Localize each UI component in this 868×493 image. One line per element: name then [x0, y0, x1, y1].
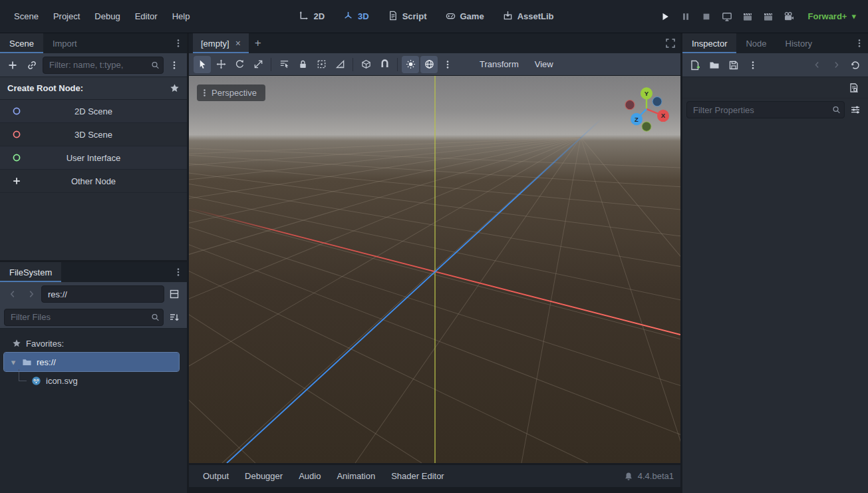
resource-options-button[interactable] — [744, 57, 762, 74]
scene-tree-options-button[interactable] — [166, 57, 183, 74]
notifications-bell-icon[interactable] — [624, 472, 633, 481]
new-resource-button[interactable] — [686, 57, 704, 74]
group-button[interactable] — [313, 56, 330, 73]
favorites-row[interactable]: Favorites: — [3, 334, 184, 353]
save-resource-button[interactable] — [725, 57, 742, 74]
menu-debug[interactable]: Debug — [87, 7, 127, 26]
workspace-script[interactable]: Script — [380, 7, 435, 27]
nav-forward-button[interactable] — [23, 285, 40, 303]
bottom-tab-output[interactable]: Output — [196, 467, 236, 485]
workspace-game[interactable]: Game — [438, 7, 492, 27]
transform-menu-button[interactable]: Transform — [472, 56, 526, 73]
stop-button[interactable] — [697, 7, 716, 26]
scene-tree-toolbar — [0, 53, 187, 77]
create-2d-scene-button[interactable]: 2D Scene — [0, 100, 187, 123]
lock-button[interactable] — [294, 56, 311, 73]
file-row-icon-svg[interactable]: icon.svg — [3, 371, 184, 390]
bottom-tab-animation[interactable]: Animation — [329, 467, 382, 485]
assetlib-download-icon — [503, 11, 513, 23]
move-mode-button[interactable] — [212, 56, 229, 73]
filter-nodes-input[interactable] — [43, 57, 164, 74]
property-tools-button[interactable] — [847, 101, 864, 118]
workspace-3d[interactable]: 3D — [335, 7, 377, 27]
tab-inspector[interactable]: Inspector — [682, 33, 736, 53]
tab-node[interactable]: Node — [736, 33, 776, 53]
create-3d-scene-button[interactable]: 3D Scene — [0, 123, 187, 146]
tab-import[interactable]: Import — [43, 33, 86, 53]
bottom-tab-debugger[interactable]: Debugger — [237, 467, 290, 485]
bottom-tab-shader-editor[interactable]: Shader Editor — [384, 467, 452, 485]
run-bar: Forward+ ▾ — [656, 7, 861, 26]
instance-scene-button[interactable] — [23, 57, 41, 74]
tab-scene[interactable]: Scene — [0, 33, 43, 53]
create-root-options: 2D Scene 3D Scene User Interface — [0, 100, 187, 193]
view-menu-button[interactable]: View — [527, 56, 561, 73]
collapse-caret-icon[interactable]: ▾ — [9, 357, 17, 367]
file-sort-button[interactable] — [166, 309, 183, 326]
add-node-button[interactable] — [4, 57, 21, 74]
expand-viewport-button[interactable] — [660, 33, 680, 53]
scene-tabs-bar: [empty] × + — [189, 33, 680, 53]
window-footer-strip — [189, 487, 680, 493]
create-user-interface-button[interactable]: User Interface — [0, 146, 187, 170]
close-tab-icon[interactable]: × — [235, 39, 241, 48]
current-path-input[interactable] — [41, 285, 164, 303]
play-button[interactable] — [656, 7, 674, 26]
menu-editor[interactable]: Editor — [128, 7, 165, 26]
scene-tab-empty[interactable]: [empty] × — [193, 33, 249, 53]
filter-files-field — [4, 309, 164, 326]
tree-connector — [19, 369, 27, 381]
toggle-split-mode-button[interactable] — [166, 285, 183, 303]
workspace-script-label: Script — [402, 11, 427, 21]
history-back-button[interactable] — [808, 57, 825, 74]
gizmo-neg-z-ball[interactable] — [652, 96, 662, 106]
play-scene-button[interactable] — [738, 7, 757, 26]
search-icon — [832, 106, 841, 114]
rotate-mode-button[interactable] — [231, 56, 248, 73]
tab-filesystem[interactable]: FileSystem — [0, 262, 61, 282]
gizmo-neg-y-ball[interactable] — [642, 122, 651, 131]
pause-button[interactable] — [676, 7, 695, 26]
history-forward-button[interactable] — [827, 57, 845, 74]
res-root-folder-row[interactable]: ▾ res:// — [4, 353, 179, 371]
menu-project[interactable]: Project — [46, 7, 87, 26]
ruler-button[interactable] — [331, 56, 349, 73]
create-root-node-header: Create Root Node: — [0, 77, 187, 100]
nav-back-button[interactable] — [4, 285, 21, 303]
workspace-assetlib[interactable]: AssetLib — [495, 7, 562, 27]
local-space-button[interactable] — [357, 56, 374, 73]
open-documentation-button[interactable] — [845, 79, 863, 96]
filesystem-dock-menu-button[interactable] — [170, 262, 187, 282]
scene-dock-menu-button[interactable] — [170, 33, 187, 53]
favorites-star-icon[interactable] — [170, 83, 180, 93]
inspector-dock-menu-button[interactable] — [851, 33, 868, 53]
renderer-dropdown[interactable]: Forward+ ▾ — [800, 7, 861, 25]
workspace-2d[interactable]: 2D — [291, 7, 333, 27]
tab-history[interactable]: History — [776, 33, 821, 53]
preview-environment-button[interactable] — [420, 56, 438, 73]
select-mode-button[interactable] — [194, 56, 211, 73]
list-select-button[interactable] — [275, 56, 293, 73]
snap-button[interactable] — [376, 56, 393, 73]
2d-icon — [299, 11, 309, 23]
preview-sun-button[interactable] — [402, 56, 419, 73]
movie-maker-button[interactable] — [780, 7, 798, 26]
new-scene-tab-button[interactable]: + — [249, 33, 267, 53]
filter-files-input[interactable] — [4, 309, 164, 326]
3d-viewport[interactable]: Y X Z Perspective — [189, 76, 680, 463]
object-history-button[interactable] — [847, 57, 864, 74]
remote-debug-button[interactable] — [718, 7, 736, 26]
bottom-tab-audio[interactable]: Audio — [291, 467, 328, 485]
gizmo-neg-x-ball[interactable] — [625, 100, 635, 110]
menu-help[interactable]: Help — [165, 7, 198, 26]
main-editor-area: [empty] × + — [189, 33, 680, 493]
scale-mode-button[interactable] — [249, 56, 267, 73]
filter-properties-input[interactable] — [686, 101, 845, 118]
menu-scene[interactable]: Scene — [7, 7, 46, 26]
load-resource-button[interactable] — [706, 57, 723, 74]
create-other-node-button[interactable]: Other Node — [0, 170, 187, 193]
script-icon — [388, 11, 398, 23]
perspective-menu-button[interactable]: Perspective — [197, 84, 265, 101]
play-custom-scene-button[interactable] — [759, 7, 778, 26]
preview-options-button[interactable] — [439, 56, 456, 73]
